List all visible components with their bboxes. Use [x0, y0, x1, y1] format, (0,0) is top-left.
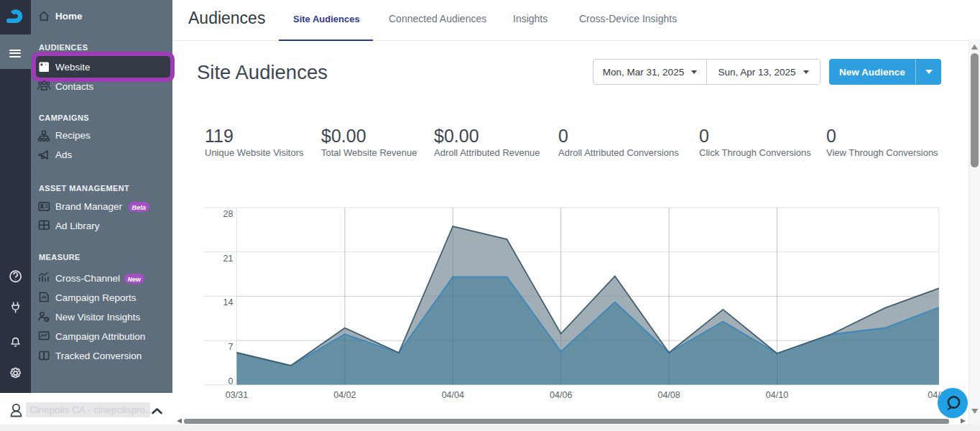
svg-text:04/04: 04/04 [442, 390, 464, 400]
svg-text:03/31: 03/31 [226, 390, 248, 400]
svg-text:04/02: 04/02 [333, 390, 356, 400]
svg-text:7: 7 [228, 342, 234, 352]
svg-text:28: 28 [223, 209, 234, 219]
svg-text:0: 0 [228, 376, 234, 386]
svg-text:04/06: 04/06 [550, 390, 572, 400]
svg-text:04/08: 04/08 [657, 390, 680, 400]
svg-text:04/10: 04/10 [766, 390, 788, 400]
svg-text:21: 21 [223, 254, 234, 264]
svg-text:14: 14 [223, 297, 234, 307]
